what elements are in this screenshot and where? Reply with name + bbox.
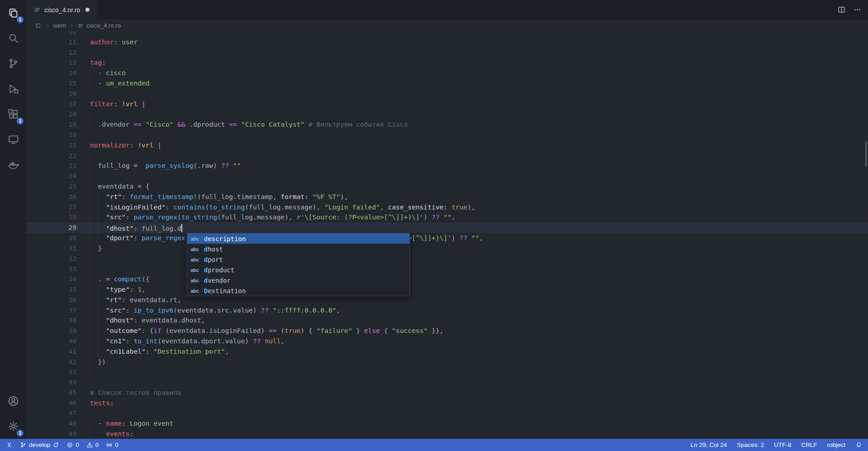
status-label: 0 [115,442,118,448]
code-line[interactable]: 33 [27,264,868,274]
suggestion-label: description [204,235,246,242]
code-line[interactable]: 24 [27,171,868,181]
line-number: 41 [27,347,90,357]
status-remote-indicator[interactable] [5,439,14,451]
code-line[interactable]: 14 - cisco [27,68,868,78]
code-line[interactable]: 46tests: [27,398,868,408]
activity-item-extensions[interactable]: 1 [0,101,27,127]
line-number: 15 [27,78,90,89]
status-indentation[interactable]: Spaces: 2 [736,439,765,451]
line-number: 20 [27,130,90,140]
status-encoding[interactable]: UTF-8 [773,439,793,451]
code-line[interactable]: 11author: user [27,37,868,47]
status-label: CRLF [801,442,817,448]
code-line[interactable]: 18 [27,109,868,119]
code-line[interactable]: 38 "dhost": eventdata.dhost, [27,315,868,326]
activity-item-remote-explorer[interactable] [0,127,27,152]
code-line[interactable]: 42 }) [27,357,868,367]
modified-dot-icon[interactable] [85,8,90,12]
code-area[interactable]: 1011author: user1213tag:14 - cisco15 - u… [27,32,868,439]
code-line[interactable]: 39 "outcome": {if (eventdata.isLoginFail… [27,326,868,336]
status-warnings[interactable]: 0 [85,439,100,451]
badge: 1 [17,430,24,437]
suggestion-label: dport [204,256,223,263]
line-number: 42 [27,357,90,367]
accounts-icon [7,395,19,407]
tab-cisco4[interactable]: cisco_4.nr.ro [27,0,97,19]
line-number: 48 [27,418,90,429]
code-line[interactable]: 45# Список тестов правила [27,388,868,398]
code-line[interactable]: 34 . = compact({ [27,274,868,285]
run-debug-icon [7,83,19,95]
suggestion-label: Destination [204,287,246,294]
status-ports[interactable]: 0 [104,439,120,451]
suggestion-item[interactable]: abcdproduct [187,265,410,275]
split-editor-button[interactable] [837,5,846,14]
code-line[interactable]: 23 full_log = parse_syslog(.raw) ?? "" [27,161,868,171]
code-line[interactable]: 15 - um_extended [27,78,868,89]
activity-top-group: 11 [0,0,27,177]
status-notifications[interactable] [854,439,863,451]
code-line[interactable]: 30 "dport": parse_regex(to_string(full_l… [27,233,868,243]
breadcrumb-item[interactable]: siem [53,22,66,29]
line-number: 38 [27,315,90,326]
text-suggestion-icon: abc [191,267,201,273]
indent-guide [90,264,90,274]
suggestion-item[interactable]: abcdport [187,254,410,265]
scrollbar-thumb[interactable] [865,141,867,166]
status-cursor-position[interactable]: Ln 29, Col 24 [689,439,728,451]
code-editor[interactable]: 1011author: user1213tag:14 - cisco15 - u… [27,32,868,439]
code-line[interactable]: 35 "type": 1, [27,285,868,295]
suggestion-item[interactable]: abcdhost [187,244,410,254]
docker-icon [7,159,19,171]
suggestion-item[interactable]: abcdescription [187,233,410,244]
breadcrumb-item[interactable]: C: [36,22,42,29]
text-suggestion-icon: abc [191,247,201,252]
status-label: Ln 29, Col 24 [691,442,727,448]
code-line[interactable]: 13tag: [27,57,868,68]
code-line[interactable]: 20 [27,130,868,140]
code-line[interactable]: 43 [27,367,868,377]
status-language-mode[interactable]: robject [826,439,847,451]
code-line[interactable]: 49 events: [27,429,868,439]
code-line[interactable]: 26 "rt": format_timestamp!(full_log.time… [27,192,868,202]
code-line[interactable]: 25 eventdata = { [27,181,868,192]
code-line[interactable]: 41 "cn1Label": "Destination port", [27,347,868,357]
code-line[interactable]: 32 [27,254,868,264]
code-line[interactable]: 31 } [27,243,868,254]
line-number: 14 [27,68,90,78]
ports-icon [106,442,113,448]
code-line[interactable]: 37 "src": ip_to_ipv6(eventdata.src.value… [27,305,868,316]
code-line[interactable]: 44 [27,377,868,388]
code-line[interactable]: 12 [27,47,868,58]
code-line[interactable]: 22 [27,151,868,161]
branch-sync-icon [52,442,59,448]
code-line[interactable]: 19 .dvendor == "Cisco" && .dproduct == "… [27,119,868,130]
activity-item-source-control[interactable] [0,51,27,76]
code-line[interactable]: 40 "cn1": to_int(eventdata.dport.value) … [27,336,868,347]
suggestion-item[interactable]: abcDestination [187,285,410,296]
code-line[interactable]: 29 "dhost": full_log.d [27,223,868,233]
activity-item-explorer[interactable]: 1 [0,0,27,25]
code-line[interactable]: 21normalizer: !vrl | [27,140,868,151]
activity-item-search[interactable] [0,25,27,51]
suggestion-item[interactable]: abcdvendor [187,275,410,285]
code-line[interactable]: 17filter: !vrl | [27,99,868,109]
status-eol[interactable]: CRLF [800,439,818,451]
activity-item-accounts[interactable] [0,388,27,413]
status-errors[interactable]: 0 [65,439,80,451]
code-line[interactable]: 36 "rt": eventdata.rt, [27,295,868,305]
code-line[interactable]: 10 [27,32,868,37]
code-line[interactable]: 28 "src": parse_regex(to_string(full_log… [27,212,868,223]
code-line[interactable]: 27 "isLoginFailed": contains(to_string(f… [27,202,868,213]
breadcrumb-item[interactable]: cisco_4.nr.ro [86,22,121,29]
code-line[interactable]: 47 [27,408,868,418]
activity-item-run-debug[interactable] [0,76,27,101]
line-number: 13 [27,57,90,68]
more-actions-button[interactable] [853,5,862,14]
code-line[interactable]: 48 - name: Logon event [27,418,868,429]
activity-item-settings[interactable]: 1 [0,413,27,439]
activity-item-docker[interactable] [0,152,27,177]
status-branch[interactable]: develop [19,439,61,451]
code-line[interactable]: 16 [27,89,868,99]
